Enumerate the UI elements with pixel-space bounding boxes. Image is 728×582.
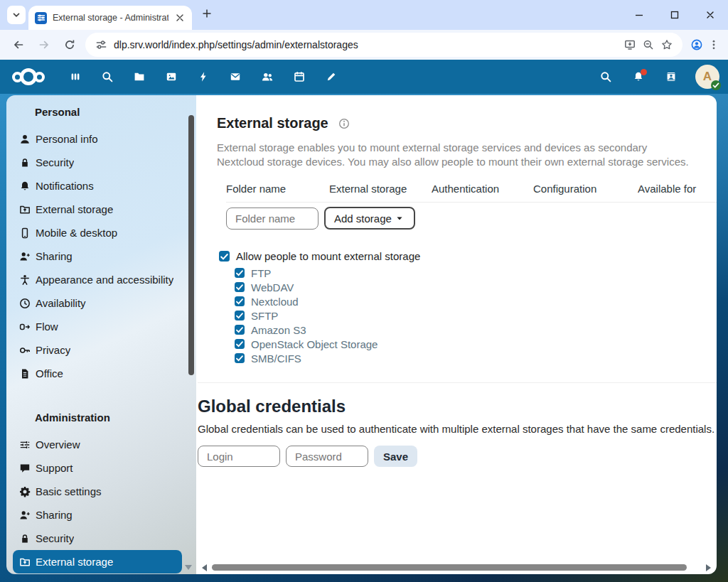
- backend-checkbox-amazon-s3[interactable]: [235, 325, 245, 335]
- tab-search-button[interactable]: [7, 6, 26, 24]
- browser-menu-icon[interactable]: [708, 39, 719, 50]
- backend-row-ftp[interactable]: FTP: [235, 266, 717, 280]
- contacts-icon: [262, 71, 273, 82]
- unified-search-icon[interactable]: [597, 68, 614, 85]
- minimize-button[interactable]: [633, 9, 646, 21]
- sidebar-item-personal-info[interactable]: Personal info: [13, 127, 182, 151]
- login-input[interactable]: [198, 446, 280, 467]
- app-files-button[interactable]: [131, 68, 148, 85]
- sidebar-item-sharing[interactable]: Sharing: [13, 244, 182, 268]
- horizontal-scrollbar-thumb[interactable]: [212, 564, 687, 571]
- browser-profile-icon[interactable]: [691, 39, 702, 50]
- sidebar-item-flow[interactable]: Flow: [13, 315, 182, 338]
- sidebar-item-sharing[interactable]: Sharing: [13, 503, 182, 527]
- contacts-menu-icon[interactable]: [663, 68, 680, 85]
- sidebar-item-basic-settings[interactable]: Basic settings: [13, 480, 182, 503]
- files-icon: [134, 71, 145, 82]
- sidebar-scrollbar-thumb[interactable]: [188, 115, 194, 375]
- nextcloud-logo[interactable]: [9, 68, 48, 85]
- backend-checkbox-webdav[interactable]: [235, 282, 245, 292]
- backend-label: Amazon S3: [251, 324, 306, 336]
- app-photos-button[interactable]: [163, 68, 180, 85]
- main-content: External storage External storage enable…: [196, 95, 717, 574]
- backend-row-sftp[interactable]: SFTP: [235, 308, 717, 323]
- browser-window: External storage - Administratio dlp.srv…: [0, 0, 728, 582]
- backend-row-webdav[interactable]: WebDAV: [235, 280, 717, 294]
- section-description: External storage enables you to mount ex…: [217, 141, 692, 169]
- app-activity-button[interactable]: [195, 68, 212, 85]
- sidebar-item-support[interactable]: Support: [13, 456, 182, 480]
- install-icon[interactable]: [624, 39, 636, 50]
- backend-row-nextcloud[interactable]: Nextcloud: [235, 294, 717, 308]
- sidebar-item-availability[interactable]: Availability: [13, 291, 182, 315]
- backend-row-smb-cifs[interactable]: SMB/CIFS: [235, 351, 717, 365]
- save-button[interactable]: Save: [374, 446, 417, 467]
- sidebar-item-security[interactable]: Security: [13, 527, 182, 550]
- sidebar-item-label: Availability: [36, 297, 86, 309]
- user-avatar[interactable]: A: [695, 65, 719, 89]
- scroll-right-arrow[interactable]: [706, 564, 711, 571]
- add-storage-select[interactable]: Add storage: [324, 207, 415, 230]
- column-header-configuration: Configuration: [533, 183, 638, 195]
- sidebar-item-label: Privacy: [36, 344, 70, 356]
- bookmark-star-icon[interactable]: [661, 39, 673, 50]
- sidebar-item-item[interactable]: [13, 573, 182, 574]
- sidebar-item-external-storage[interactable]: External storage: [13, 550, 182, 573]
- sidebar-scroll-down-arrow[interactable]: [185, 565, 192, 570]
- sidebar-item-office[interactable]: Office: [13, 362, 182, 385]
- status-check-icon: [711, 80, 721, 90]
- scroll-left-arrow[interactable]: [202, 564, 207, 571]
- forward-button[interactable]: [34, 35, 54, 55]
- backend-checkbox-nextcloud[interactable]: [235, 296, 245, 306]
- add-storage-row: Add storage: [217, 207, 717, 230]
- sidebar-item-privacy[interactable]: Privacy: [13, 338, 182, 362]
- back-button[interactable]: [9, 35, 28, 55]
- backend-label: FTP: [251, 267, 271, 279]
- sidebar-item-label: Security: [36, 532, 74, 544]
- sidebar-item-notifications[interactable]: Notifications: [13, 174, 182, 198]
- address-bar[interactable]: dlp.srv.world/index.php/settings/admin/e…: [85, 33, 682, 57]
- page-title-text: External storage: [217, 115, 328, 131]
- site-settings-icon[interactable]: [95, 39, 107, 50]
- allow-mount-checkbox[interactable]: [219, 251, 230, 262]
- app-notes-button[interactable]: [323, 68, 340, 85]
- phone-icon: [19, 227, 31, 239]
- sidebar-item-label: Overview: [36, 438, 80, 451]
- backend-checkbox-smb-cifs[interactable]: [235, 353, 245, 363]
- backend-row-amazon-s3[interactable]: Amazon S3: [235, 323, 717, 337]
- app-dashboard-button[interactable]: [67, 68, 84, 85]
- backend-checkbox-openstack-object-storage[interactable]: [235, 339, 245, 349]
- app-mail-button[interactable]: [227, 68, 244, 85]
- close-window-button[interactable]: [704, 9, 717, 21]
- sidebar-item-mobile-desktop[interactable]: Mobile & desktop: [13, 221, 182, 244]
- notifications-bell-icon[interactable]: [630, 68, 647, 85]
- info-icon[interactable]: [338, 118, 350, 129]
- app-calendar-button[interactable]: [291, 68, 308, 85]
- password-input[interactable]: [286, 446, 368, 467]
- folder-network-icon: [19, 556, 31, 568]
- app-search-button[interactable]: [99, 68, 116, 85]
- sidebar-item-external-storage[interactable]: External storage: [13, 198, 182, 221]
- sidebar-item-security[interactable]: Security: [13, 151, 182, 174]
- sidebar-item-overview[interactable]: Overview: [13, 433, 182, 456]
- maximize-button[interactable]: [668, 9, 681, 21]
- sidebar-item-appearance-and-accessibility[interactable]: Appearance and accessibility: [13, 268, 182, 291]
- folder-name-input[interactable]: [226, 208, 318, 230]
- zoom-icon[interactable]: [643, 39, 654, 50]
- new-tab-button[interactable]: [201, 8, 213, 19]
- app-contacts-button[interactable]: [259, 68, 276, 85]
- person-plus-icon: [19, 510, 31, 521]
- sidebar-section-personal: Personal: [6, 99, 196, 127]
- backend-checkbox-sftp[interactable]: [235, 311, 245, 320]
- reload-button[interactable]: [60, 35, 80, 55]
- activity-icon: [198, 71, 209, 82]
- lock-icon: [19, 533, 31, 544]
- page-title: External storage: [217, 115, 717, 131]
- backend-row-openstack-object-storage[interactable]: OpenStack Object Storage: [235, 337, 717, 351]
- tab-close-icon[interactable]: [174, 12, 186, 23]
- bell-icon: [19, 180, 31, 192]
- backend-checkbox-ftp[interactable]: [235, 268, 245, 278]
- allow-mount-row[interactable]: Allow people to mount external storage: [219, 249, 717, 264]
- browser-tab[interactable]: External storage - Administratio: [28, 6, 192, 30]
- sidebar-item-label: Sharing: [36, 509, 73, 521]
